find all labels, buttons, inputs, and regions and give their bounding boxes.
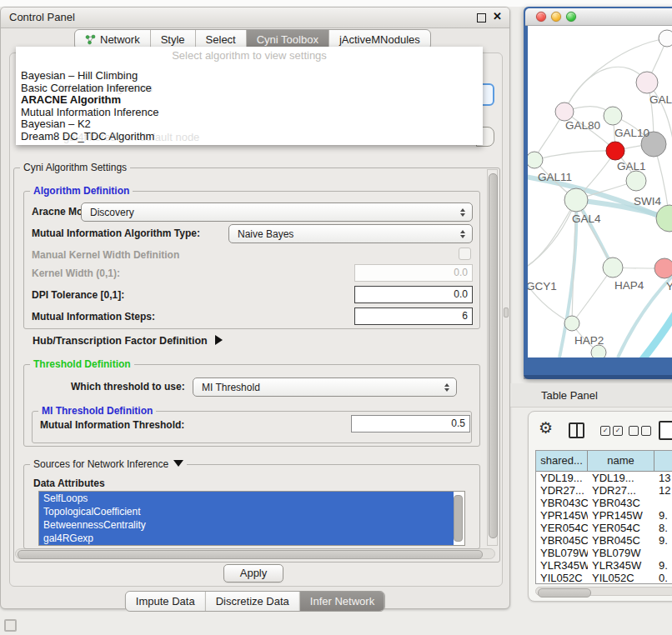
scrollbar-thumb[interactable] [538, 588, 591, 598]
gear-icon[interactable]: ⚙ [539, 418, 553, 438]
table-row[interactable]: YLR345WYLR345W9. [536, 559, 672, 572]
column-header[interactable]: shared... [536, 451, 588, 472]
table-cell: 0. [654, 572, 672, 584]
table-cell: YBR045C [588, 534, 654, 547]
checked-box-icon [600, 426, 610, 436]
data-attribute-item[interactable]: BetweennessCentrality [39, 518, 454, 532]
network-node-gal1[interactable] [606, 142, 624, 160]
close-window-icon[interactable] [536, 12, 546, 22]
expand-right-icon [215, 335, 223, 345]
table-row[interactable]: YDL19...YDL19...13 [536, 472, 672, 484]
zoom-window-icon[interactable] [566, 12, 576, 22]
node-table: shared...nameA YDL19...YDL19...13YDR27..… [535, 450, 672, 584]
data-attribute-item[interactable]: TopologicalCoefficient [39, 505, 454, 518]
table-row[interactable]: YIL052CYIL052C0. [536, 572, 672, 584]
network-graph[interactable]: GALGAL80GAL10GAL1GAL11SWI4GAL4GCY1HAP4YH… [528, 26, 672, 358]
deselect-all-icon[interactable] [629, 426, 651, 436]
table-cell: YER054C [536, 522, 588, 534]
network-window-titlebar[interactable] [525, 8, 672, 26]
node-label: GAL4 [572, 212, 601, 225]
close-icon[interactable]: ✕ [493, 10, 502, 22]
dpi-tolerance-field[interactable]: 0.0 [354, 286, 473, 303]
network-canvas[interactable]: GALGAL80GAL10GAL1GAL11SWI4GAL4GCY1HAP4YH… [528, 26, 672, 358]
node-label: GCY1 [528, 280, 557, 292]
mi-algorithm-type-select[interactable]: Naive Bayes [228, 224, 473, 243]
mi-threshold-field[interactable]: 0.5 [351, 415, 470, 432]
control-panel-titlebar[interactable]: Control Panel ✕ [1, 8, 509, 28]
table-row[interactable]: YBR045CYBR045C9. [536, 534, 672, 547]
algorithm-option[interactable]: Basic Correlation Inference [18, 82, 480, 95]
table-cell: 13 [654, 472, 672, 484]
data-attribute-item[interactable]: gal4RGexp [39, 532, 454, 545]
select-all-icon[interactable] [600, 426, 623, 436]
network-node-y[interactable] [654, 258, 672, 278]
minimize-window-icon[interactable] [551, 12, 561, 22]
table-horizontal-scrollbar[interactable] [535, 587, 672, 596]
tab-label: Discretize Data [216, 595, 289, 608]
algorithm-option[interactable]: Bayesian – K2 [18, 118, 480, 131]
algorithm-option[interactable]: Mutual Information Inference [18, 107, 480, 119]
scrollbar-thumb[interactable] [489, 173, 498, 538]
which-threshold-select[interactable]: MI Threshold [193, 378, 457, 397]
panel-title: Control Panel [9, 11, 75, 23]
settings-horizontal-scrollbar[interactable] [15, 548, 495, 559]
scrollbar-thumb[interactable] [18, 550, 483, 559]
table-cell: YDR27... [588, 484, 654, 497]
algorithm-option[interactable]: Dream8 DC_TDC Algorithm [18, 131, 480, 143]
network-node[interactable] [656, 205, 672, 232]
hub-definition-expander[interactable]: Hub/Transcription Factor Definition [33, 333, 223, 348]
float-icon[interactable] [477, 13, 486, 22]
tab-infer-network[interactable]: Infer Network [299, 592, 384, 611]
splitter-handle[interactable] [504, 308, 509, 318]
inference-algorithm-select-fragment[interactable] [481, 83, 494, 106]
expand-down-icon [173, 460, 183, 467]
tab-label: Cyni Toolbox [257, 33, 318, 46]
algorithm-option[interactable]: ARACNE Algorithm [18, 94, 480, 107]
which-threshold-label: Which threshold to use: [71, 378, 185, 396]
mi-steps-field[interactable]: 6 [354, 308, 473, 325]
table-row[interactable]: YPR145WYPR145W9. [536, 509, 672, 522]
node-label: HAP4 [614, 279, 644, 292]
network-node[interactable] [591, 345, 606, 358]
stepper-icon [456, 208, 469, 217]
table-row[interactable]: YER054CYER054C8. [536, 522, 672, 534]
network-node-gal11[interactable] [528, 152, 543, 168]
split-columns-icon[interactable] [569, 422, 584, 438]
table-row[interactable]: YBL079WYBL079W [536, 547, 672, 559]
table-row[interactable]: YBR043CYBR043C [536, 497, 672, 509]
aracne-mode-select[interactable]: Discovery [81, 202, 473, 222]
column-header[interactable]: A [654, 451, 672, 472]
tab-discretize-data[interactable]: Discretize Data [205, 592, 299, 611]
node-label: GAL1 [617, 160, 646, 172]
table-panel-titlebar[interactable]: Table Panel [510, 383, 672, 408]
unchecked-box-icon [629, 426, 639, 436]
list-scrollbar-thumb[interactable] [454, 495, 463, 542]
network-node-gal80[interactable] [555, 102, 574, 121]
table-cell: YLR345W [536, 559, 588, 572]
network-node-gal10[interactable] [604, 107, 622, 125]
sources-expander[interactable]: Sources for Network Inference [30, 458, 187, 471]
settings-vertical-scrollbar[interactable] [487, 169, 498, 546]
table-cell: 9. [654, 509, 672, 522]
manual-kernel-checkbox[interactable] [459, 248, 471, 260]
network-node[interactable] [659, 30, 672, 47]
network-node-swi4[interactable] [626, 171, 646, 191]
kernel-width-field[interactable]: 0.0 [354, 264, 473, 282]
apply-button[interactable]: Apply [223, 564, 283, 582]
network-node-hap4[interactable] [603, 258, 623, 278]
data-attributes-label: Data Attributes [33, 474, 105, 492]
data-attribute-item[interactable]: SelfLoops [39, 492, 454, 505]
algorithm-option[interactable]: Bayesian – Hill Climbing [18, 70, 480, 82]
network-node-hap2[interactable] [564, 316, 579, 331]
network-node-gal[interactable] [636, 72, 658, 93]
table-cell: YDL19... [536, 472, 588, 484]
data-attributes-list: SelfLoopsTopologicalCoefficientBetweenne… [38, 491, 465, 546]
table-row[interactable]: YDR27...YDR27...12 [536, 484, 672, 497]
column-header[interactable]: name [588, 451, 654, 472]
minimized-panel-icon[interactable] [4, 619, 17, 632]
node-label: GAL10 [614, 127, 649, 139]
network-node-gal4[interactable] [564, 188, 588, 212]
tab-impute-data[interactable]: Impute Data [126, 592, 205, 611]
export-table-icon[interactable] [659, 421, 672, 440]
table-cell: 12 [654, 484, 672, 497]
